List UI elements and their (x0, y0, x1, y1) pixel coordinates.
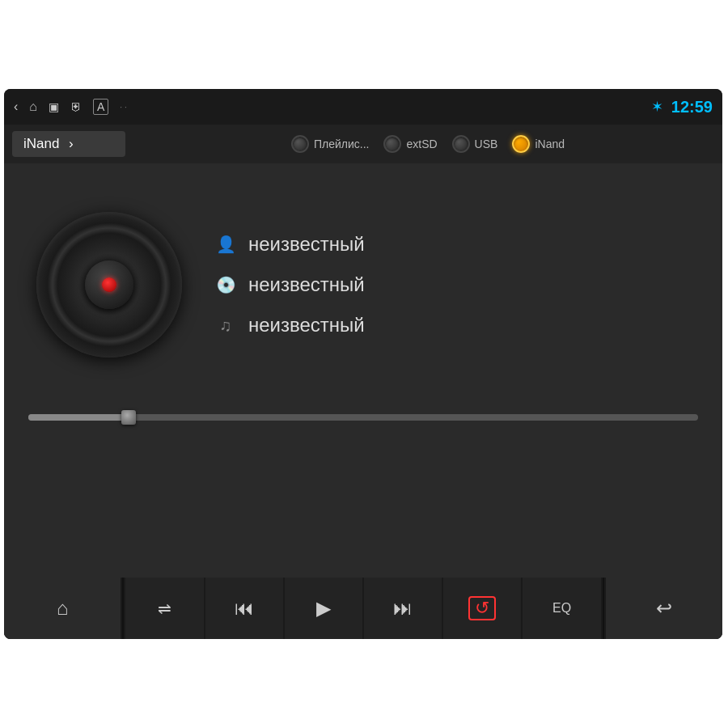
next-button[interactable]: ⏭ (364, 578, 442, 639)
eq-button[interactable]: EQ (523, 578, 600, 639)
vinyl-record (36, 212, 182, 358)
dots-icon: · · (120, 103, 126, 112)
home-nav-icon[interactable]: ⌂ (29, 99, 37, 114)
usb-dot (452, 135, 470, 153)
inand-source-label: iNand (535, 138, 565, 150)
back-icon: ↩ (656, 597, 672, 620)
shield-nav-icon[interactable]: ⛨ (70, 100, 82, 113)
source-bar: iNand › Плейлис... extSD USB iNand (4, 125, 722, 163)
progress-thumb[interactable] (121, 410, 136, 425)
text-nav-icon[interactable]: A (93, 99, 108, 115)
progress-track[interactable] (28, 414, 698, 421)
vinyl-center (102, 277, 116, 292)
extsd-label: extSD (406, 138, 437, 150)
album-icon: 💿 (214, 275, 237, 294)
back-nav-icon[interactable]: ‹ (14, 99, 18, 114)
next-icon: ⏭ (393, 597, 413, 620)
progress-area[interactable] (4, 414, 722, 421)
divider-2 (603, 578, 604, 639)
clock: 12:59 (671, 98, 713, 116)
playlist-dot (291, 135, 309, 153)
artist-icon: 👤 (214, 235, 237, 254)
vinyl-wrap (36, 212, 182, 358)
play-button[interactable]: ▶ (285, 578, 362, 639)
back-button[interactable]: ↩ (606, 578, 722, 639)
prev-button[interactable]: ⏮ (205, 578, 283, 639)
playlist-label: Плейлис... (314, 138, 370, 150)
recents-nav-icon[interactable]: ▣ (49, 100, 59, 113)
source-tabs: Плейлис... extSD USB iNand (142, 135, 714, 153)
status-right: ✶ 12:59 (651, 98, 713, 116)
status-bar: ‹ ⌂ ▣ ⛨ A · · ✶ 12:59 (4, 89, 722, 125)
main-content: 👤 неизвестный 💿 неизвестный ♫ неизвестны… (4, 163, 722, 406)
chevron-icon: › (69, 136, 114, 152)
source-tab-extsd[interactable]: extSD (383, 135, 437, 153)
bluetooth-icon: ✶ (651, 98, 663, 116)
inand-selector[interactable]: iNand › (12, 131, 125, 157)
prev-icon: ⏮ (235, 597, 254, 620)
shuffle-button[interactable]: ⇌ (125, 578, 203, 639)
track-info: 👤 неизвестный 💿 неизвестный ♫ неизвестны… (214, 233, 690, 336)
usb-label: USB (475, 138, 498, 150)
music-icon: ♫ (214, 316, 237, 335)
source-tab-playlist[interactable]: Плейлис... (291, 135, 370, 153)
artist-text: неизвестный (248, 233, 365, 256)
inand-dot (512, 135, 530, 153)
source-tab-usb[interactable]: USB (452, 135, 498, 153)
extsd-dot (383, 135, 401, 153)
repeat-button[interactable]: ↺ (443, 578, 521, 639)
source-tab-inand[interactable]: iNand (512, 135, 565, 153)
title-row: ♫ неизвестный (214, 314, 690, 336)
inand-label: iNand (23, 136, 69, 152)
divider (122, 578, 124, 639)
repeat-icon: ↺ (468, 596, 496, 620)
nav-icons: ‹ ⌂ ▣ ⛨ A · · (14, 99, 127, 115)
eq-label: EQ (552, 601, 571, 616)
album-text: неизвестный (248, 273, 365, 296)
player-container: ‹ ⌂ ▣ ⛨ A · · ✶ 12:59 iNand › Плейлис...… (4, 89, 722, 639)
title-text: неизвестный (248, 314, 365, 336)
shuffle-icon: ⇌ (158, 599, 171, 618)
artist-row: 👤 неизвестный (214, 233, 690, 256)
home-icon: ⌂ (57, 597, 69, 620)
play-icon: ▶ (316, 597, 331, 620)
album-row: 💿 неизвестный (214, 273, 690, 296)
progress-fill (28, 414, 129, 421)
home-button[interactable]: ⌂ (4, 578, 121, 639)
controls-bar: ⌂ ⇌ ⏮ ▶ ⏭ ↺ EQ ↩ (4, 578, 722, 639)
